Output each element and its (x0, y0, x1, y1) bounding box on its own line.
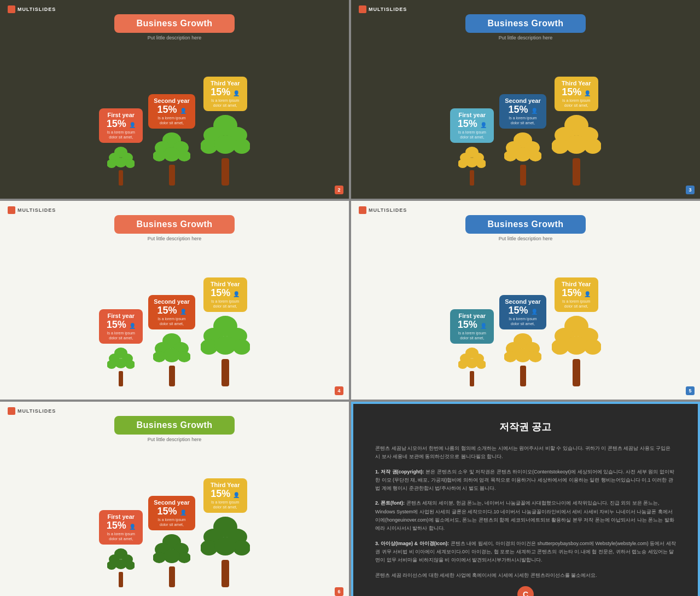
slide-number: 3 (686, 186, 695, 194)
trees-area: First year 15% 👤 Is a lorem ipsumdolor s… (11, 448, 338, 595)
slide-4: MULTISLIDES Business Growth Put little d… (351, 201, 700, 400)
logo-text: MULTISLIDES (18, 207, 56, 213)
svg-point-34 (515, 147, 531, 161)
slide-number: 2 (335, 186, 343, 194)
tree-graphic (504, 333, 541, 389)
year-label: Third Year (560, 80, 593, 86)
slide-2: MULTISLIDES Business Growth Put little d… (351, 0, 700, 199)
slide-5: MULTISLIDES Business Growth Put little d… (0, 402, 349, 596)
percentage: 15% 👤 (209, 287, 242, 299)
svg-rect-21 (470, 170, 474, 186)
description: Is a lorem ipsumdolor sit amet, (154, 316, 189, 326)
subtitle: Put little description here (148, 35, 202, 40)
description: Is a lorem ipsumdolor sit amet, (154, 517, 189, 527)
info-box: First year 15% 👤 Is a lorem ipsumdolor s… (99, 108, 143, 143)
svg-point-62 (214, 336, 236, 355)
logo-text: MULTISLIDES (18, 7, 56, 12)
info-box: Third Year 15% 👤 Is a lorem ipsumdolor s… (555, 77, 598, 111)
info-box: Third Year 15% 👤 Is a lorem ipsumdolor s… (203, 77, 247, 111)
slide-number: 6 (335, 587, 343, 596)
description: Is a lorem ipsumdolor sit amet, (505, 316, 540, 326)
title-banner: Business Growth (114, 416, 234, 435)
title-banner: Business Growth (114, 14, 234, 33)
logo: MULTISLIDES (359, 206, 407, 214)
subtitle: Put little description here (499, 236, 553, 241)
logo-icon (8, 5, 15, 13)
logo: MULTISLIDES (8, 407, 56, 415)
svg-point-97 (164, 549, 180, 563)
svg-rect-28 (520, 165, 526, 186)
percentage: 15% 👤 (104, 319, 137, 331)
tree-graphic (552, 114, 601, 188)
percentage: 15% 👤 (154, 305, 189, 316)
description: Is a lorem ipsumdolor sit amet, (456, 331, 488, 340)
copyright-logo-icon: C (517, 586, 534, 596)
logo-text: MULTISLIDES (369, 207, 407, 213)
svg-point-48 (115, 358, 127, 368)
slide-3: MULTISLIDES Business Growth Put little d… (0, 201, 349, 400)
logo: MULTISLIDES (8, 5, 56, 13)
svg-point-13 (164, 147, 180, 161)
tree-graphic (153, 132, 190, 188)
svg-point-76 (515, 348, 531, 362)
percentage: 15% 👤 (505, 305, 540, 316)
year-label: First year (104, 513, 137, 520)
tree-graphic (458, 146, 486, 188)
year-label: Third Year (560, 281, 593, 287)
svg-point-20 (214, 135, 236, 154)
copyright-para-3: 3. 아이상(Image) & 아이경(Icon): 콘텐츠 내에 됩세이, 아… (375, 540, 676, 565)
percentage: 15% 👤 (154, 506, 189, 517)
description: Is a lorem ipsumdolor sit amet, (209, 299, 242, 309)
svg-rect-84 (119, 572, 123, 587)
info-box: Second year 15% 👤 Is a lorem ipsumdolor … (499, 94, 546, 129)
year-label: First year (104, 313, 137, 319)
year-label: Second year (154, 298, 189, 305)
svg-rect-63 (470, 371, 474, 386)
year-label: First year (104, 112, 137, 118)
slide-title: Business Growth (487, 19, 563, 28)
year-label: Second year (505, 97, 540, 104)
svg-rect-91 (169, 566, 175, 587)
slide-number: 4 (335, 386, 343, 395)
slide-title: Business Growth (136, 19, 212, 28)
percentage: 15% 👤 (560, 86, 593, 98)
tree-unit: Third Year 15% 👤 Is a lorem ipsumdolor s… (552, 77, 601, 188)
tree-graphic (201, 114, 250, 188)
info-box: Second year 15% 👤 Is a lorem ipsumdolor … (148, 295, 195, 329)
info-box: Second year 15% 👤 Is a lorem ipsumdolor … (148, 94, 195, 129)
tree-unit: First year 15% 👤 Is a lorem ipsumdolor s… (99, 309, 143, 389)
svg-rect-42 (119, 371, 123, 386)
tree-graphic (153, 333, 190, 389)
tree-unit: First year 15% 👤 Is a lorem ipsumdolor s… (99, 108, 143, 188)
copyright-para-1: 1. 저작 권(copyright): 본은 콘텐츠의 소우 및 저작권은 콘텐… (375, 468, 676, 493)
year-label: Third Year (209, 80, 242, 86)
description: Is a lorem ipsumdolor sit amet, (209, 98, 242, 108)
slide-1: MULTISLIDES Business Growth Put little d… (0, 0, 349, 199)
percentage: 15% 👤 (154, 104, 189, 115)
tree-graphic (458, 347, 486, 389)
tree-unit: Second year 15% 👤 Is a lorem ipsumdolor … (499, 295, 546, 389)
tree-unit: Second year 15% 👤 Is a lorem ipsumdolor … (499, 94, 546, 188)
tree-unit: First year 15% 👤 Is a lorem ipsumdolor s… (450, 108, 494, 188)
slide-number: 5 (686, 386, 695, 395)
trees-area: First year 15% 👤 Is a lorem ipsumdolor s… (11, 46, 338, 193)
trees-area: First year 15% 👤 Is a lorem ipsumdolor s… (362, 46, 689, 193)
year-label: Second year (154, 499, 189, 506)
svg-rect-0 (119, 170, 123, 186)
info-box: First year 15% 👤 Is a lorem ipsumdolor s… (450, 309, 494, 344)
title-banner: Business Growth (465, 14, 585, 33)
percentage: 15% 👤 (505, 104, 540, 115)
logo: MULTISLIDES (359, 5, 407, 13)
tree-unit: Second year 15% 👤 Is a lorem ipsumdolor … (148, 94, 195, 188)
slide-title: Business Growth (136, 219, 212, 229)
tree-graphic (552, 315, 601, 389)
description: Is a lorem ipsumdolor sit amet, (104, 531, 137, 541)
info-box: Third Year 15% 👤 Is a lorem ipsumdolor s… (203, 277, 247, 312)
svg-rect-14 (221, 158, 229, 186)
copyright-para-footer: 콘텐츠 세끔 라이선스에 대한 세세한 사업에 혹에이서에 시세에 시세한 콘텐… (375, 571, 676, 580)
tree-unit: Second year 15% 👤 Is a lorem ipsumdolor … (148, 295, 195, 389)
subtitle: Put little description here (499, 35, 553, 40)
logo-text: MULTISLIDES (369, 7, 407, 12)
svg-point-104 (214, 537, 236, 556)
percentage: 15% 👤 (560, 287, 593, 299)
